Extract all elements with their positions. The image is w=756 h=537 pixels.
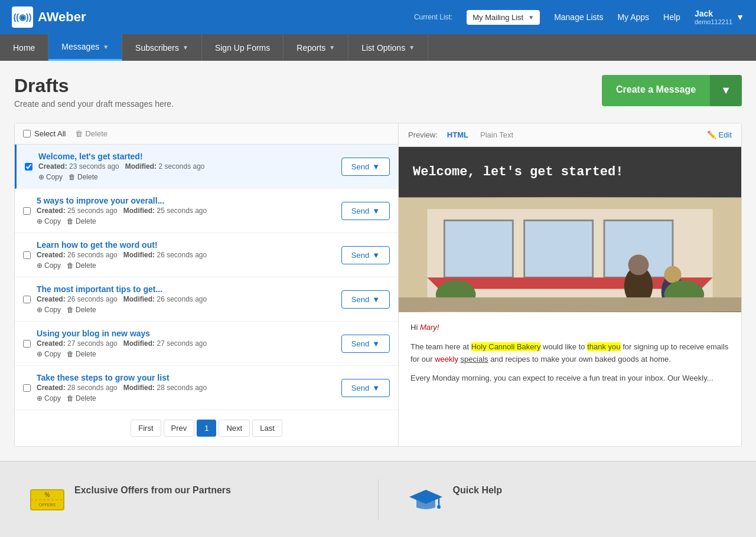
message-title-2[interactable]: 5 ways to improve your overall... [37,196,164,205]
message-actions-1: ⊕ Copy 🗑 Delete [38,173,335,181]
message-delete-5[interactable]: 🗑 Delete [67,350,96,358]
message-checkbox-3[interactable] [23,251,31,259]
message-created-6: 28 seconds ago [67,384,118,392]
select-all-checkbox[interactable] [23,130,31,137]
create-message-label: Create a Message [602,75,710,106]
preview-panel: Preview: HTML Plain Text ✏️ Edit Welcome… [399,123,741,446]
send-button-3[interactable]: Send ▼ [341,246,390,264]
message-checkbox-4[interactable] [23,296,31,303]
message-copy-4[interactable]: ⊕ Copy [37,306,61,314]
create-message-arrow: ▼ [710,75,742,106]
pagination-prev[interactable]: Prev [164,420,195,437]
footer-help-text: Quick Help [453,485,503,496]
message-title-5[interactable]: Using your blog in new ways [37,329,150,338]
message-title-4[interactable]: The most important tips to get... [37,284,162,294]
message-delete-3[interactable]: 🗑 Delete [67,261,96,270]
page-header: Drafts Create and send your draft messag… [14,75,742,109]
message-created-4: 26 seconds ago [67,295,118,303]
user-details: Jack demo112211 [695,9,732,25]
message-delete-2[interactable]: 🗑 Delete [67,217,96,225]
user-menu[interactable]: Jack demo112211 ▼ [695,9,744,25]
manage-lists-link[interactable]: Manage Lists [554,12,603,22]
current-list-value: My Mailing List [472,13,523,22]
underline-specials: specials [461,355,488,364]
user-account: demo112211 [695,18,732,25]
nav-list-options-arrow: ▼ [409,44,415,51]
nav-home[interactable]: Home [0,34,48,61]
nav-signup-forms-label: Sign Up Forms [215,43,270,53]
message-delete-1[interactable]: 🗑 Delete [69,173,98,181]
svg-point-22 [437,505,441,509]
nav-reports[interactable]: Reports ▼ [284,34,348,61]
message-modified-2: 25 seconds ago [157,207,207,215]
message-copy-6[interactable]: ⊕ Copy [37,394,61,402]
nav-subscribers[interactable]: Subscribers ▼ [122,34,202,61]
highlight-bakery: Holy Cannoli Bakery [471,342,541,351]
send-button-4[interactable]: Send ▼ [341,290,390,309]
nav-messages[interactable]: Messages ▼ [48,34,122,61]
help-link[interactable]: Help [663,12,680,22]
message-copy-2[interactable]: ⊕ Copy [37,217,61,225]
message-copy-1[interactable]: ⊕ Copy [38,173,63,181]
page-subtitle: Create and send your draft messages here… [14,99,174,109]
send-button-2[interactable]: Send ▼ [341,202,390,220]
message-modified-6: 28 seconds ago [157,384,207,392]
nav-signup-forms[interactable]: Sign Up Forms [202,34,284,61]
message-modified-5: 27 seconds ago [157,339,207,348]
send-button-5[interactable]: Send ▼ [341,335,390,353]
main-content: Drafts Create and send your draft messag… [0,61,756,461]
select-all-container: Select All [23,129,66,138]
message-title-1[interactable]: Welcome, let's get started! [38,152,143,161]
message-checkbox-2[interactable] [23,207,31,215]
pagination-last[interactable]: Last [252,420,282,437]
message-actions-5: ⊕ Copy 🗑 Delete [37,350,335,358]
nav-list-options[interactable]: List Options ▼ [348,34,428,61]
top-bar-right: Current List: My Mailing List ▼ Manage L… [414,9,744,25]
message-checkbox-1[interactable] [25,163,32,171]
message-delete-4[interactable]: 🗑 Delete [67,306,96,314]
footer-offers-text: Exclusive Offers from our Partners [74,485,231,496]
svg-point-12 [664,266,682,283]
send-button-6[interactable]: Send ▼ [341,379,390,397]
message-meta-1: Created: 23 seconds ago Modified: 2 seco… [38,162,335,171]
create-message-button[interactable]: Create a Message ▼ [602,75,742,106]
preview-tab-html[interactable]: HTML [445,129,471,140]
pagination-first[interactable]: First [131,420,161,437]
my-apps-link[interactable]: My Apps [617,12,649,22]
preview-tab-plain[interactable]: Plain Text [478,129,516,140]
toolbar-delete-icon: 🗑 [75,129,83,138]
message-created-1: 23 seconds ago [69,162,119,171]
greeting-name: Mary! [420,323,439,332]
svg-text:%: % [45,492,50,498]
toolbar-delete-button[interactable]: 🗑 Delete [75,129,107,138]
message-info-5: Using your blog in new ways Created: 27 … [37,329,335,358]
preview-label: Preview: [408,130,438,139]
message-checkbox-6[interactable] [23,384,31,392]
pagination-next[interactable]: Next [219,420,250,437]
footer-help-section: Quick Help [402,479,733,520]
message-actions-2: ⊕ Copy 🗑 Delete [37,217,335,225]
message-copy-5[interactable]: ⊕ Copy [37,350,61,358]
preview-edit-button[interactable]: ✏️ Edit [707,130,732,139]
logo[interactable]: ((◉)) AWeber [12,6,86,28]
logo-text: AWeber [38,9,86,25]
pagination-current[interactable]: 1 [197,420,216,437]
message-title-3[interactable]: Learn how to get the word out! [37,240,158,250]
current-list-select[interactable]: My Mailing List ▼ [467,10,540,25]
message-list-panel: Select All 🗑 Delete Welcome, let's get s… [15,123,399,446]
message-created-5: 27 seconds ago [67,339,118,348]
message-meta-5: Created: 27 seconds ago Modified: 27 sec… [37,339,335,348]
send-button-1[interactable]: Send ▼ [341,158,390,176]
red-weekly: weekly [435,355,458,364]
nav-list-options-label: List Options [361,43,405,53]
message-delete-6[interactable]: 🗑 Delete [67,394,96,402]
message-copy-3[interactable]: ⊕ Copy [37,261,61,270]
preview-body-text-2: Every Monday morning, you can expect to … [410,372,729,385]
footer-help-title: Quick Help [453,485,503,496]
message-title-6[interactable]: Take these steps to grow your list [37,373,170,382]
select-all-label: Select All [34,129,66,138]
user-arrow: ▼ [736,12,744,22]
svg-rect-15 [399,297,741,312]
message-actions-6: ⊕ Copy 🗑 Delete [37,394,335,402]
message-checkbox-5[interactable] [23,340,31,348]
